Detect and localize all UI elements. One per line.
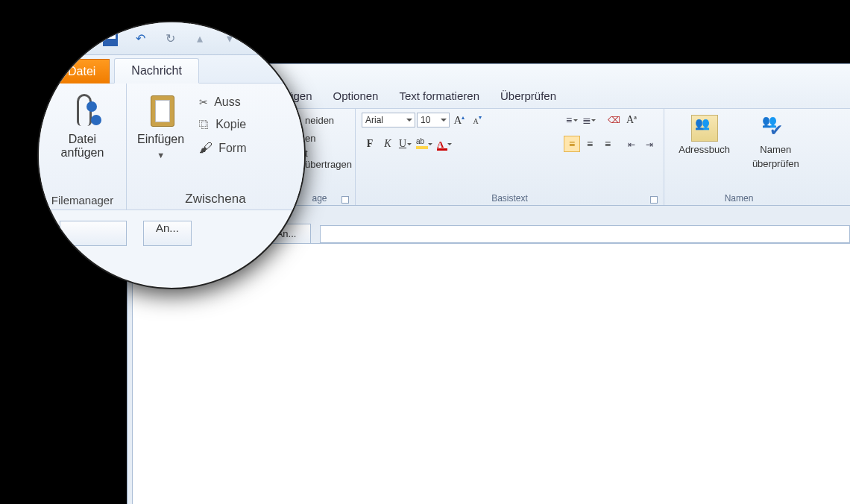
cut-label: neiden xyxy=(305,115,334,126)
check-names-label2: überprüfen xyxy=(752,159,799,170)
unknown-button-1[interactable] xyxy=(60,221,127,246)
cut-label-mag: Auss xyxy=(214,95,241,109)
magnifier-lens: ✉ ↶ ↻ ▴ ▾ Datei Nachricht Datei anfügen xyxy=(37,21,306,289)
filemanager-group: Datei anfügen Filemanager xyxy=(39,84,127,210)
cut-button-mag[interactable]: Auss xyxy=(199,95,246,109)
check-names-icon xyxy=(762,115,789,142)
separator xyxy=(88,31,89,47)
shrink-font-icon[interactable] xyxy=(469,112,485,128)
align-right-button[interactable] xyxy=(599,136,616,152)
message-body[interactable] xyxy=(132,243,850,504)
brush-icon xyxy=(199,140,212,156)
paste-button[interactable]: Einfügen ▼ xyxy=(137,91,184,160)
next-item-icon[interactable]: ▾ xyxy=(221,31,238,47)
attach-label-1: Datei xyxy=(61,133,104,146)
undo-icon[interactable]: ↶ xyxy=(132,31,148,47)
attach-label-2: anfügen xyxy=(61,146,104,160)
italic-button[interactable] xyxy=(380,136,396,152)
align-left-button[interactable] xyxy=(564,136,580,152)
mag-lower-buttons: An... xyxy=(39,210,304,255)
quick-access-toolbar: ✉ ↶ ↻ ▴ ▾ xyxy=(39,22,304,55)
copy-button-mag[interactable]: Kopie xyxy=(199,118,246,131)
address-book-label: Adressbuch xyxy=(679,145,730,156)
names-group: Adressbuch Namen überprüfen Namen xyxy=(664,109,813,205)
underline-button[interactable] xyxy=(397,136,414,152)
to-button-mag[interactable]: An... xyxy=(143,221,192,246)
clear-formatting-icon[interactable]: ⌫ xyxy=(605,112,622,128)
format-label-mag: Form xyxy=(218,142,246,155)
app-icon: ✉ xyxy=(58,31,75,47)
font-size-select[interactable]: 10 xyxy=(417,113,450,127)
font-color-button[interactable] xyxy=(436,136,454,152)
address-book-icon xyxy=(691,115,718,142)
tab-message[interactable]: Nachricht xyxy=(114,58,199,84)
attach-file-icon xyxy=(66,91,99,128)
highlight-button[interactable] xyxy=(415,136,435,152)
copy-label-mag: Kopie xyxy=(215,118,246,131)
font-name-select[interactable]: Arial xyxy=(362,113,415,127)
change-case-icon[interactable]: Aª xyxy=(623,112,640,128)
check-names-label1: Namen xyxy=(760,145,791,156)
check-names-button[interactable]: Namen überprüfen xyxy=(748,112,804,173)
basistext-group-title: Basistext xyxy=(362,193,658,204)
tab-format-text[interactable]: Text formatieren xyxy=(399,89,479,108)
tab-file[interactable]: Datei xyxy=(54,59,110,84)
dialog-launcher-icon[interactable] xyxy=(650,196,658,204)
scissors-icon xyxy=(199,95,208,109)
clipboard-group-mag: Einfügen ▼ Auss Kopie Form Zwischena xyxy=(127,84,304,210)
decrease-indent-button[interactable] xyxy=(623,136,640,152)
attach-file-button[interactable]: Datei anfügen xyxy=(49,91,116,160)
redo-icon[interactable]: ↻ xyxy=(162,31,178,47)
increase-indent-button[interactable] xyxy=(641,136,658,152)
mag-ribbon-tabs: Datei Nachricht xyxy=(39,55,304,84)
paste-icon xyxy=(145,91,177,128)
copy-icon xyxy=(199,118,210,131)
to-input[interactable] xyxy=(320,225,850,243)
align-center-button[interactable] xyxy=(582,136,598,152)
copy-label: en xyxy=(305,133,315,144)
bold-button[interactable] xyxy=(362,136,378,152)
basistext-group: Arial 10 xyxy=(356,109,664,205)
grow-font-icon[interactable] xyxy=(451,112,468,128)
clipboard-group-title-mag: Zwischena xyxy=(137,192,294,207)
tab-options[interactable]: Optionen xyxy=(333,89,379,108)
filemanager-group-title: Filemanager xyxy=(49,194,116,207)
save-icon[interactable] xyxy=(102,31,119,47)
numbering-button[interactable] xyxy=(582,112,598,128)
format-painter-label: t übertragen xyxy=(305,148,352,170)
mag-ribbon: Datei anfügen Filemanager Einfügen ▼ Aus… xyxy=(39,84,304,210)
prev-item-icon[interactable]: ▴ xyxy=(192,31,208,47)
bullets-button[interactable] xyxy=(564,112,580,128)
chevron-down-icon[interactable]: ▼ xyxy=(157,151,165,160)
address-book-button[interactable]: Adressbuch xyxy=(674,112,734,159)
names-group-title: Namen xyxy=(670,193,808,204)
paste-label: Einfügen xyxy=(137,133,184,146)
dialog-launcher-icon[interactable] xyxy=(341,196,349,204)
tab-review[interactable]: Überprüfen xyxy=(500,89,556,108)
format-painter-button-mag[interactable]: Form xyxy=(199,140,246,156)
